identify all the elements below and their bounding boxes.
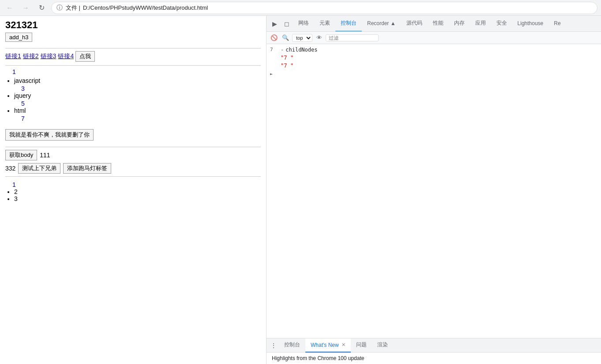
tab-recorder[interactable]: Recorder ▲: [362, 16, 401, 32]
link-2[interactable]: 链接2: [23, 52, 39, 60]
console-line-3: "7 ": [267, 62, 601, 70]
numbered-section: 1 javascript 3 jquery 5 html 7: [5, 68, 261, 122]
add-h3-button[interactable]: add_h3: [5, 33, 32, 42]
webpage-panel: 321321 add_h3 链接1 链接2 链接3 链接4 点我 1 javas…: [0, 16, 267, 364]
get-body-row: 获取body 111: [5, 150, 261, 160]
bottom-tab-render[interactable]: 渲染: [372, 338, 393, 353]
tab-network[interactable]: 网络: [293, 16, 314, 32]
main-area: 321321 add_h3 链接1 链接2 链接3 链接4 点我 1 javas…: [0, 16, 601, 364]
filter-input[interactable]: [326, 34, 379, 41]
console-string-2: "7 ": [281, 63, 293, 69]
close-whatsnew-icon[interactable]: ✕: [342, 342, 346, 348]
divider-3: [5, 147, 261, 147]
devtools-tabs: ▶ ◻ 网络 元素 控制台 Recorder ▲ 源代码 性能 内存 应用 安全…: [267, 16, 601, 32]
device-toolbar-icon[interactable]: ◻: [281, 18, 293, 30]
tab-application[interactable]: 应用: [470, 16, 491, 32]
console-line-num-1: 7: [270, 47, 279, 52]
url-prefix: 文件 |: [66, 4, 80, 12]
bottom-tab-issues[interactable]: 问题: [351, 338, 372, 353]
bottom-tab-bar: ⋮ 控制台 What's New ✕ 问题 渲染: [267, 338, 601, 353]
bottom-tab-whatsnew[interactable]: What's New ✕: [305, 338, 351, 353]
console-line-2: "7 ": [267, 54, 601, 62]
tab-lighthouse[interactable]: Lighthouse: [512, 16, 549, 32]
link-3[interactable]: 链接3: [41, 52, 56, 60]
browser-window: ← → ↻ ⓘ 文件 | D:/Centos/PHPstudyWWW/testD…: [0, 0, 601, 364]
num-111: 111: [40, 152, 50, 159]
link-1[interactable]: 链接1: [5, 52, 21, 60]
list2-num1: 1: [12, 181, 261, 188]
bullet-list: javascript 3 jquery 5 html 7: [14, 77, 261, 122]
list-item-js: javascript: [14, 77, 261, 84]
divider-4: [5, 176, 261, 177]
num-7: 7: [21, 115, 261, 122]
list-section-2: 1 2 3: [5, 181, 261, 202]
console-dash-1: -: [281, 47, 284, 53]
divider-1: [5, 48, 261, 48]
click-button[interactable]: 点我: [75, 51, 95, 62]
num-5: 5: [21, 100, 261, 107]
console-content: 7 - childNodes "7 " "7 " ►: [267, 44, 601, 338]
console-line-1: 7 - childNodes: [267, 46, 601, 54]
tab-elements[interactable]: 元素: [314, 16, 335, 32]
address-bar[interactable]: ⓘ 文件 | D:/Centos/PHPstudyWWW/testData/pr…: [51, 2, 597, 14]
security-icon: ⓘ: [56, 4, 63, 11]
more-tabs-icon[interactable]: ⋮: [268, 340, 279, 351]
bottom-content-text: Highlights from the Chrome 100 update: [272, 355, 364, 361]
expand-arrow-icon: ►: [270, 71, 273, 76]
url-text: D:/Centos/PHPstudyWWW/testData/product.h…: [83, 4, 208, 11]
tab-security[interactable]: 安全: [491, 16, 512, 32]
list-item-jquery: jquery: [14, 92, 261, 99]
sibling-button[interactable]: 测试上下兄弟: [18, 163, 60, 174]
console-expand-row[interactable]: ►: [267, 70, 601, 78]
link-4[interactable]: 链接4: [58, 52, 74, 60]
num-3: 3: [21, 85, 261, 92]
tab-console[interactable]: 控制台: [335, 16, 362, 32]
marquee-button[interactable]: 添加跑马灯标签: [63, 163, 111, 174]
tab-performance[interactable]: 性能: [428, 16, 449, 32]
delete-button[interactable]: 我就是看你不爽，我就要删了你: [5, 129, 94, 141]
devtools-panel: ▶ ◻ 网络 元素 控制台 Recorder ▲ 源代码 性能 内存 应用 安全…: [267, 16, 601, 364]
list2-bullets: 2 3: [14, 188, 261, 202]
bottom-panel-content: Highlights from the Chrome 100 update: [267, 353, 601, 364]
console-string-1: "7 ": [281, 55, 293, 61]
inspect-element-icon[interactable]: ▶: [268, 18, 281, 30]
num-1: 1: [12, 68, 261, 75]
tab-sources[interactable]: 源代码: [401, 16, 428, 32]
page-title: 321321: [5, 19, 261, 31]
clear-console-icon[interactable]: 🚫: [269, 33, 279, 43]
eye-icon[interactable]: 👁: [314, 33, 324, 43]
console-toolbar: 🚫 🔍 top 👁: [267, 32, 601, 44]
browser-toolbar: ← → ↻ ⓘ 文件 | D:/Centos/PHPstudyWWW/testD…: [0, 0, 601, 16]
divider-2: [5, 65, 261, 66]
list2-item-1: 2: [14, 188, 261, 195]
whatsnew-label: What's New: [311, 342, 339, 348]
console-text-1: childNodes: [285, 47, 317, 53]
tab-memory[interactable]: 内存: [449, 16, 470, 32]
tab-more[interactable]: Re: [548, 16, 566, 32]
back-button[interactable]: ←: [4, 2, 16, 14]
num-332: 332: [5, 165, 15, 172]
list2-item-2: 3: [14, 195, 261, 202]
bottom-tab-console[interactable]: 控制台: [279, 338, 305, 353]
context-select[interactable]: top: [292, 34, 312, 42]
reload-button[interactable]: ↻: [35, 2, 48, 14]
get-body-button[interactable]: 获取body: [5, 150, 37, 160]
links-row: 链接1 链接2 链接3 链接4 点我: [5, 51, 261, 62]
bottom-row: 332 测试上下兄弟 添加跑马灯标签: [5, 163, 261, 174]
list-item-html: html: [14, 107, 261, 114]
forward-button[interactable]: →: [19, 2, 32, 14]
filter-icon[interactable]: 🔍: [281, 33, 290, 43]
devtools-bottom: ⋮ 控制台 What's New ✕ 问题 渲染 Highlights from…: [267, 338, 601, 364]
